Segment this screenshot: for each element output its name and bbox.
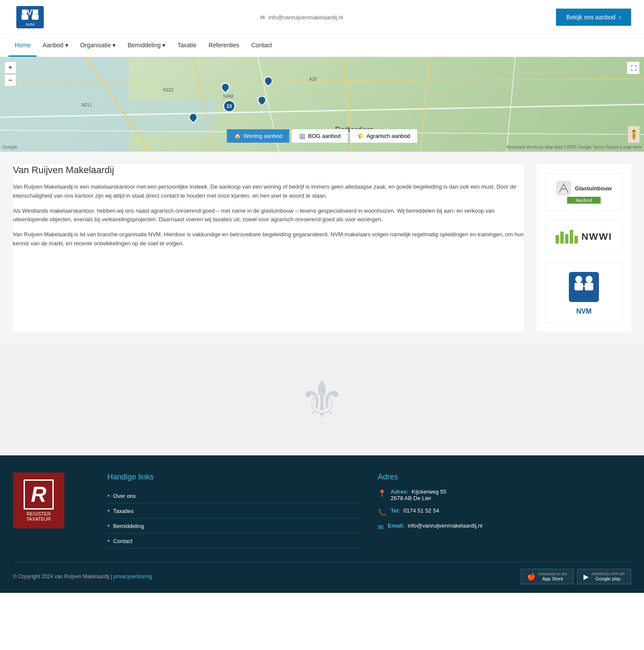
privacy-link[interactable]: privacyverklaring <box>113 574 152 580</box>
svg-point-26 <box>586 276 592 283</box>
email-label: Email: <box>388 522 404 529</box>
nvm-logo-box: NVM <box>545 262 623 323</box>
footer-link-taxaties[interactable]: Taxaties <box>113 508 134 514</box>
nav-organisatie[interactable]: Organisatie ▾ <box>74 35 122 57</box>
nvm-logo-svg <box>567 270 601 304</box>
bog-aanbod-button[interactable]: 🏢 BOG aanbod <box>292 129 348 143</box>
main-text: Van Ruijven Makelaardij Van Ruijven Make… <box>13 165 524 331</box>
register-label1: REGISTER <box>27 511 51 516</box>
app-store-label: App Store <box>538 576 568 581</box>
footer-links-list: Over ons Taxaties Bemiddeling Contact <box>107 488 361 549</box>
main-section: Van Ruijven Makelaardij Van Ruijven Make… <box>0 152 644 344</box>
svg-rect-4 <box>21 15 28 20</box>
nav-bemiddeling[interactable]: Bemiddeling ▾ <box>122 35 171 57</box>
location-icon: 📍 <box>378 489 386 497</box>
footer-address-heading: Adres <box>378 473 631 482</box>
footer-link-over-ons[interactable]: Over ons <box>113 493 136 499</box>
glastuinbouw-text: Glastuinbouw <box>575 185 612 192</box>
logo-area: NVM NVM <box>13 4 47 30</box>
nav-aanbod[interactable]: Aanbod ▾ <box>36 35 74 57</box>
fullscreen-button[interactable]: ⛶ <box>627 61 640 74</box>
svg-text:N222: N222 <box>163 88 173 92</box>
nav-contact[interactable]: Contact <box>245 35 278 57</box>
nwwi-logo: NWWI <box>556 230 612 244</box>
svg-text:N211: N211 <box>82 103 92 107</box>
google-logo: Google <box>2 144 17 150</box>
svg-rect-28 <box>585 283 593 290</box>
footer-link-item: Taxaties <box>107 504 361 519</box>
svg-point-2 <box>22 9 27 15</box>
footer-logo-area: R REGISTER TAXATEUR <box>13 473 90 549</box>
google-play-label: Google play <box>591 576 625 581</box>
nav-taxatie[interactable]: Taxatie <box>171 35 202 57</box>
nwwi-bar-2 <box>560 232 564 244</box>
phone-icon: 📞 <box>378 508 386 516</box>
footer-address-tel: 📞 Tel: 0174 51 52 54 <box>378 507 631 516</box>
footer-link-item: Bemiddeling <box>107 519 361 534</box>
building-icon: 🏢 <box>299 133 306 139</box>
glastuinbouw-aanbod-label: Aanbod <box>567 197 601 204</box>
footer-links: Handige links Over ons Taxaties Bemiddel… <box>107 473 361 549</box>
footer-link-item: Contact <box>107 534 361 549</box>
farm-icon: 🌾 <box>357 133 364 139</box>
zoom-in-button[interactable]: + <box>4 61 16 73</box>
nav-home[interactable]: Home <box>9 35 36 57</box>
footer-link-item: Over ons <box>107 488 361 504</box>
decorative-section: ⚜ <box>0 344 644 455</box>
address-line2: 2678 AB De Lier <box>391 495 431 501</box>
tel-label: Tel: <box>391 507 400 514</box>
map-attribution: Keyboard shortcuts Map data ©2025 Google… <box>507 145 642 150</box>
android-icon: ▶ <box>583 573 589 581</box>
svg-rect-24 <box>569 272 599 302</box>
map-cluster[interactable]: 23 <box>223 100 235 112</box>
nvm-logo: NVM <box>567 270 601 315</box>
main-paragraph-2: Als Westlands makelaarskantoor, hebben w… <box>13 207 524 225</box>
main-nav: Home Aanbod ▾ Organisatie ▾ Bemiddeling … <box>0 35 644 57</box>
svg-line-15 <box>507 57 515 152</box>
nwwi-bar-1 <box>556 235 559 244</box>
svg-text:A20: A20 <box>309 77 317 82</box>
svg-text:NVM: NVM <box>26 22 34 27</box>
map-container: Rotterdam N211 N222 N468 A20 23 + − ⛶ 🧍 … <box>0 57 644 152</box>
site-header: NVM NVM ✉ info@vanruijvenmakelaardij.nl … <box>0 0 644 35</box>
fleur-de-lis-icon: ⚜ <box>299 370 345 430</box>
map-controls: + − <box>4 61 16 86</box>
header-email: ✉ info@vanruijvenmakelaardij.nl <box>260 14 343 21</box>
cta-arrow: › <box>619 14 621 21</box>
main-paragraph-3: Van Ruijven Makelaardij is lid van branc… <box>13 230 524 248</box>
tel-number: 0174 51 52 54 <box>404 507 439 514</box>
footer-link-contact[interactable]: Contact <box>113 538 133 544</box>
street-view-icon: 🧍 <box>629 129 639 140</box>
woning-aanbod-button[interactable]: 🏠 Woning aanbod <box>227 129 290 143</box>
sidebar-logos: Glastuinbouw Aanbod NWWI <box>537 165 631 331</box>
svg-rect-5 <box>32 15 39 20</box>
agrarisch-aanbod-button[interactable]: 🌾 Agrarisch aanbod <box>349 129 417 143</box>
glastuinbouw-top-row: Glastuinbouw <box>556 180 612 196</box>
email-text: info@vanruijvenmakelaardij.nl <box>268 14 343 21</box>
chevron-down-icon: ▾ <box>65 42 68 49</box>
footer-link-bemiddeling[interactable]: Bemiddeling <box>113 523 144 529</box>
apple-icon: 🍎 <box>527 573 536 581</box>
footer-address: Adres 📍 Adres: Kijckerweg 55 2678 AB De … <box>378 473 631 549</box>
google-play-button[interactable]: ▶ ANDROID-APP OP Google play <box>577 569 631 584</box>
footer: R REGISTER TAXATEUR Handige links Over o… <box>0 455 644 593</box>
footer-email-link[interactable]: info@vanruijvenmakelaardij.nl <box>408 522 483 529</box>
fullscreen-icon: ⛶ <box>631 65 636 71</box>
address-label: Adres: <box>391 488 408 495</box>
app-store-button[interactable]: 🍎 Download on the App Store <box>521 569 574 584</box>
app-store-sublabel: Download on the <box>538 572 568 576</box>
svg-rect-8 <box>129 100 215 134</box>
footer-top: R REGISTER TAXATEUR Handige links Over o… <box>13 473 631 549</box>
main-title: Van Ruijven Makelaardij <box>13 165 524 176</box>
cta-button[interactable]: Bekijk ons aanbod › <box>556 9 631 26</box>
footer-links-heading: Handige links <box>107 473 361 482</box>
nwwi-text: NWWI <box>581 231 612 242</box>
glastuinbouw-logo: Glastuinbouw Aanbod <box>556 180 612 204</box>
address-line1: Kijckerweg 55 <box>412 488 447 495</box>
nvm-text: NVM <box>576 308 592 315</box>
nav-referenties[interactable]: Referenties <box>203 35 246 57</box>
zoom-out-button[interactable]: − <box>4 74 16 86</box>
street-view-control[interactable]: 🧍 <box>628 126 640 143</box>
register-taxateur-logo: R REGISTER TAXATEUR <box>13 473 64 528</box>
map-overlay-buttons: 🏠 Woning aanbod 🏢 BOG aanbod 🌾 Agrarisch… <box>227 129 418 143</box>
